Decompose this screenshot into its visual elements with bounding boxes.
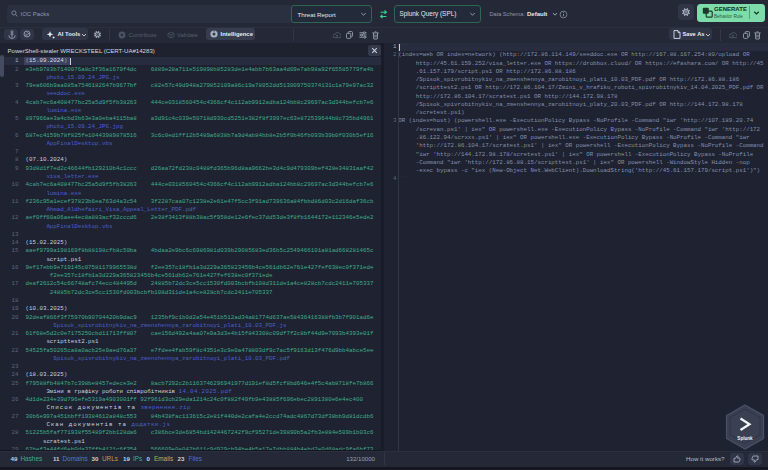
svg-text:Splunk: Splunk [737,436,753,441]
